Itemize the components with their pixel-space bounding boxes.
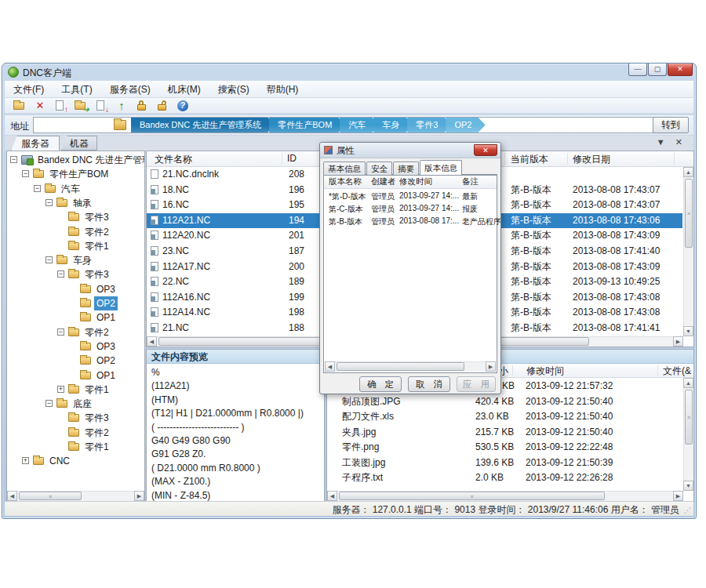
- tree-hscroll[interactable]: ◀≡▶: [7, 491, 144, 501]
- version-col-修改时间[interactable]: 修改时间: [399, 176, 432, 187]
- version-col-创建者[interactable]: 创建者: [371, 176, 396, 187]
- tree-item-OP1[interactable]: OP1: [7, 368, 144, 383]
- tree-item-零件生产BOM[interactable]: −零件生产BOM: [7, 167, 144, 181]
- collapse-icon[interactable]: −: [57, 270, 64, 278]
- menu-item-帮助(H)[interactable]: 帮助(H): [258, 81, 308, 98]
- tree-item-零件1[interactable]: +零件1: [7, 383, 144, 397]
- scroll-left-icon[interactable]: ◀: [7, 491, 17, 501]
- col-modified-date[interactable]: 修改日期: [573, 153, 610, 166]
- minimize-button[interactable]: —: [628, 64, 647, 76]
- version-row[interactable]: 第-B-版本管理员2013-08-08 17:...老产品程序: [324, 216, 497, 228]
- menu-item-文件(F)[interactable]: 文件(F): [5, 81, 53, 98]
- scroll-right-icon[interactable]: ▶: [486, 361, 496, 372]
- breadcrumb-segment[interactable]: Bandex DNC 先进生产管理系统: [131, 118, 275, 132]
- tree-item-OP2[interactable]: OP2: [7, 354, 144, 368]
- tree-item-零件2[interactable]: 零件2: [7, 426, 144, 440]
- tree-item-OP1[interactable]: OP1: [7, 310, 144, 325]
- close-button[interactable]: ✕: [668, 64, 693, 76]
- attachment-row[interactable]: 配刀文件.xls23.0 KB2013-09-12 21:50:40: [327, 409, 682, 424]
- tab-服务器[interactable]: 服务器: [11, 136, 60, 151]
- scroll-down-icon[interactable]: ▼: [683, 481, 693, 491]
- tree-item-零件2[interactable]: −零件2: [7, 325, 144, 339]
- tree-item-车身[interactable]: −车身: [7, 253, 144, 267]
- unlock-icon[interactable]: [155, 100, 169, 112]
- scroll-thumb[interactable]: [337, 362, 464, 371]
- tree-item-零件3[interactable]: 零件3: [7, 411, 144, 425]
- ok-button[interactable]: 确 定: [359, 376, 402, 392]
- col-time[interactable]: 修改时间: [526, 365, 564, 378]
- scroll-up-icon[interactable]: ▲: [683, 167, 693, 177]
- import-folder-icon[interactable]: ➜: [74, 100, 88, 112]
- scroll-thumb[interactable]: ≡: [19, 492, 82, 500]
- panel-close-icon[interactable]: ✕: [675, 137, 682, 147]
- dialog-hscroll[interactable]: ◀ ▶: [325, 361, 496, 372]
- breadcrumb-segment[interactable]: 零件生产BOM: [269, 118, 345, 132]
- dialog-tab-安全[interactable]: 安全: [366, 162, 392, 175]
- upload-file-icon[interactable]: ↑: [53, 100, 67, 112]
- menu-item-工具(T)[interactable]: 工具(T): [53, 81, 100, 98]
- tree-item-轴承[interactable]: −轴承: [7, 196, 144, 210]
- tree-item-OP2[interactable]: OP2: [7, 296, 144, 310]
- scroll-thumb[interactable]: ≡: [685, 390, 693, 445]
- breadcrumb-segment[interactable]: 零件3: [407, 118, 451, 132]
- scroll-right-icon[interactable]: ▶: [134, 491, 144, 501]
- scroll-right-icon[interactable]: ▶: [673, 336, 683, 347]
- version-col-版本名称[interactable]: 版本名称: [329, 176, 362, 187]
- scroll-left-icon[interactable]: ◀: [325, 361, 335, 372]
- breadcrumb-segment[interactable]: 车身: [373, 118, 413, 132]
- tree-item-零件3[interactable]: −零件3: [7, 267, 144, 281]
- collapse-icon[interactable]: −: [57, 328, 64, 336]
- scroll-right-icon[interactable]: ▶: [673, 491, 683, 501]
- tree-item-底座[interactable]: −底座: [7, 397, 144, 411]
- scroll-left-icon[interactable]: ◀: [327, 491, 337, 501]
- cancel-button[interactable]: 取 消: [408, 376, 450, 392]
- expand-icon[interactable]: +: [22, 457, 29, 464]
- scroll-thumb[interactable]: ≡: [685, 179, 693, 248]
- version-row[interactable]: 第-C-版本管理员2013-09-27 14:...报废: [324, 203, 497, 216]
- tab-机器[interactable]: 机器: [61, 136, 97, 151]
- version-row[interactable]: *第-D-版本管理员2013-09-27 14:...最新: [324, 191, 497, 203]
- address-field[interactable]: Bandex DNC 先进生产管理系统零件生产BOM汽车车身零件3OP2: [33, 117, 654, 133]
- resize-grip[interactable]: ⋰: [684, 506, 691, 514]
- dialog-tab-摘要[interactable]: 摘要: [393, 162, 419, 175]
- col-file-name[interactable]: 文件名称: [155, 153, 192, 166]
- tree-item-零件2[interactable]: 零件2: [7, 225, 144, 239]
- send-to-machine-icon[interactable]: ↑: [115, 100, 129, 112]
- panel-collapse-icon[interactable]: ▼: [657, 137, 665, 147]
- lock-icon[interactable]: [135, 100, 149, 112]
- col-id[interactable]: ID: [287, 153, 297, 164]
- tree-item-零件1[interactable]: 零件1: [7, 440, 144, 454]
- attachment-row[interactable]: 工装图.jpg139.6 KB2013-09-12 21:50:39: [327, 456, 682, 470]
- col-file[interactable]: 文件(&: [663, 365, 691, 378]
- collapse-icon[interactable]: −: [34, 185, 41, 192]
- menu-item-服务器(S)[interactable]: 服务器(S): [101, 81, 159, 98]
- collapse-icon[interactable]: −: [45, 256, 53, 263]
- scroll-left-icon[interactable]: ◀: [147, 336, 157, 347]
- dialog-tab-版本信息[interactable]: 版本信息: [420, 160, 462, 175]
- collapse-icon[interactable]: −: [10, 156, 17, 163]
- collapse-icon[interactable]: −: [22, 170, 29, 177]
- maximize-button[interactable]: ▢: [648, 64, 667, 76]
- scroll-up-icon[interactable]: ▲: [683, 378, 693, 388]
- dialog-tab-基本信息[interactable]: 基本信息: [323, 162, 366, 175]
- file-list-vscroll[interactable]: ▲ ≡ ▼: [683, 167, 693, 336]
- tree-item-零件3[interactable]: 零件3: [7, 210, 144, 224]
- tree-item-CNC[interactable]: +CNC: [7, 454, 144, 468]
- title-bar[interactable]: DNC客户端 — ▢ ✕: [2, 64, 696, 81]
- tree-item-OP3[interactable]: OP3: [7, 339, 144, 354]
- menu-item-机床(M)[interactable]: 机床(M): [159, 81, 209, 98]
- new-folder-icon[interactable]: [13, 100, 27, 112]
- go-button[interactable]: 转到: [653, 117, 689, 133]
- breadcrumb-segment[interactable]: OP2: [446, 118, 485, 132]
- collapse-icon[interactable]: −: [45, 400, 53, 407]
- tree-item-汽车[interactable]: −汽车: [7, 182, 144, 196]
- attachment-row[interactable]: 夹具.jpg215.7 KB2013-09-12 21:50:40: [327, 425, 682, 440]
- col-current-version[interactable]: 当前版本: [511, 153, 548, 166]
- dialog-title-bar[interactable]: 属性 ✕: [320, 143, 500, 158]
- download-file-icon[interactable]: ↓: [94, 100, 108, 112]
- attachment-row[interactable]: 零件.png530.5 KB2013-09-12 22:22:48: [327, 440, 682, 455]
- dialog-close-button[interactable]: ✕: [474, 144, 497, 156]
- tree-item-Bandex DNC 先进生产管理系统[interactable]: −Bandex DNC 先进生产管理系统: [7, 153, 144, 167]
- menu-item-搜索(S)[interactable]: 搜索(S): [209, 81, 258, 98]
- attachments-vscroll[interactable]: ▲ ≡ ▼: [683, 378, 693, 491]
